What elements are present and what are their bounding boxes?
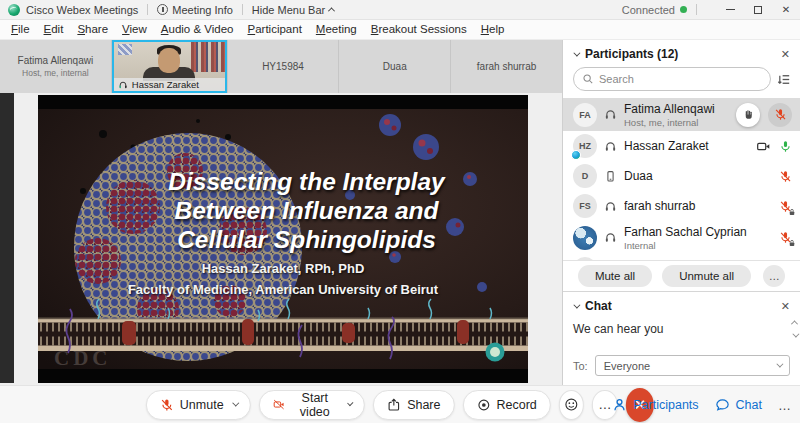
participant-row[interactable]: FA Fatima Allenqawi Host, me, internal — [563, 98, 800, 131]
raise-hand-icon — [743, 109, 754, 120]
mute-state-button[interactable] — [779, 200, 792, 213]
headset-icon — [604, 200, 617, 213]
raise-hand-button[interactable] — [736, 103, 760, 127]
menu-view[interactable]: View — [115, 20, 154, 39]
sort-participants-icon[interactable] — [777, 72, 792, 87]
collapse-participants-icon[interactable] — [573, 49, 580, 56]
reactions-button[interactable] — [559, 390, 584, 420]
thumbnail-hassan-video[interactable]: Hassan Zaraket — [112, 40, 227, 93]
participants-toggle-button[interactable]: Participants — [612, 397, 698, 412]
webex-logo-icon — [8, 4, 20, 16]
chat-header: Chat ✕ — [563, 292, 800, 318]
collapse-chat-icon[interactable] — [573, 301, 580, 308]
chevron-down-icon — [232, 400, 239, 407]
menu-audio-video[interactable]: Audio & Video — [154, 20, 241, 39]
scroll-down-icon[interactable] — [792, 331, 799, 338]
video-thumbnail-strip: Fatima Allenqawi Host, me, internal Hass… — [0, 40, 562, 93]
participant-name: farah shurrab — [624, 199, 772, 213]
menu-file[interactable]: File — [4, 20, 37, 39]
side-panel: Participants (12) ✕ FA Fatima Allenqawi … — [562, 40, 800, 385]
menu-edit[interactable]: Edit — [37, 20, 71, 39]
speaker-face — [158, 48, 180, 73]
mute-state-button[interactable] — [779, 140, 792, 153]
participants-footer: Mute all Unmute all … — [563, 260, 800, 291]
mute-state-button[interactable] — [779, 231, 792, 244]
presenter-badge-icon — [571, 150, 581, 160]
participant-row[interactable]: Farhan Sachal Cyprian Internal — [563, 221, 800, 254]
participants-more-button[interactable]: … — [763, 265, 785, 287]
to-label: To: — [573, 360, 588, 372]
presentation-slide: Dissecting the Interplay Between Influen… — [38, 95, 528, 383]
scroll-up-icon[interactable] — [791, 320, 798, 327]
maximize-icon — [754, 6, 762, 14]
mute-state-button[interactable] — [779, 170, 792, 183]
chat-title: Chat — [585, 299, 612, 313]
bookshelf-background — [191, 42, 225, 72]
chat-recipient-row: To: Everyone — [563, 351, 800, 376]
participant-name: Duaa — [624, 169, 772, 183]
menu-help[interactable]: Help — [474, 20, 512, 39]
shared-content-stage: Dissecting the Interplay Between Influen… — [0, 93, 562, 385]
divider — [696, 4, 697, 15]
unmute-all-button[interactable]: Unmute all — [662, 265, 751, 287]
chevron-down-icon — [347, 400, 354, 407]
smiley-icon — [564, 397, 579, 412]
menu-bar: File Edit Share View Audio & Video Parti… — [0, 20, 800, 40]
chat-toggle-button[interactable]: Chat — [715, 397, 762, 412]
unmute-button[interactable]: Unmute — [146, 390, 251, 420]
recipient-dropdown[interactable]: Everyone — [595, 355, 790, 376]
start-video-button[interactable]: Start video — [259, 390, 366, 420]
mute-all-button[interactable]: Mute all — [578, 265, 652, 287]
participant-search[interactable] — [573, 67, 771, 91]
close-chat-icon[interactable]: ✕ — [781, 300, 790, 313]
thumbnail-fatima[interactable]: Fatima Allenqawi Host, me, internal — [0, 40, 111, 93]
minimize-icon — [726, 9, 735, 10]
mute-lock-icon — [788, 208, 796, 216]
maximize-button[interactable] — [744, 0, 772, 20]
meeting-info-button[interactable]: Meeting Info — [157, 4, 233, 16]
avatar: FA — [573, 103, 597, 127]
mute-state-button[interactable] — [768, 103, 792, 127]
chat-scrollbar[interactable] — [792, 320, 797, 338]
connection-status: Connected — [622, 4, 687, 16]
camera-on-icon — [756, 139, 771, 154]
close-participants-icon[interactable]: ✕ — [781, 48, 790, 61]
chevron-up-icon — [328, 7, 335, 14]
thumbnail-name-bar: Hassan Zaraket — [114, 78, 225, 91]
thumbnail-duaa[interactable]: Duaa — [339, 40, 450, 93]
recipient-value: Everyone — [604, 360, 650, 372]
info-icon — [157, 4, 168, 15]
hide-menu-bar-button[interactable]: Hide Menu Bar — [252, 4, 334, 16]
close-icon: ✕ — [782, 4, 790, 15]
slide-affiliation: Faculty of Medicine, American University… — [38, 282, 528, 297]
thumbnail-farah[interactable]: farah shurrab — [451, 40, 562, 93]
participant-subtitle: Internal — [624, 240, 772, 251]
mute-lock-icon — [788, 239, 796, 247]
panel-more-button[interactable]: … — [778, 397, 792, 412]
search-input[interactable] — [599, 73, 762, 85]
share-button[interactable]: Share — [373, 390, 454, 420]
avatar: HZ — [573, 134, 597, 158]
minimize-button[interactable] — [716, 0, 744, 20]
participant-row[interactable]: D Duaa — [563, 161, 800, 191]
shared-screen-edge — [0, 93, 14, 383]
slide-presenter: Hassan Zaraket, RPh, PhD — [38, 261, 528, 276]
menu-meeting[interactable]: Meeting — [309, 20, 364, 39]
participant-name: Hassan Zaraket — [624, 139, 749, 153]
menu-participant[interactable]: Participant — [241, 20, 309, 39]
thumbnail-hy15984[interactable]: HY15984 — [228, 40, 339, 93]
divider — [242, 4, 243, 15]
participants-title: Participants (12) — [585, 47, 678, 61]
participant-row[interactable]: HZ Hassan Zaraket — [563, 131, 800, 161]
webex-window: Cisco Webex Meetings Meeting Info Hide M… — [0, 0, 800, 423]
participant-row[interactable]: FS farah shurrab — [563, 191, 800, 221]
close-button[interactable]: ✕ — [772, 0, 800, 20]
avatar: D — [573, 164, 597, 188]
headset-icon — [604, 140, 617, 153]
menu-share[interactable]: Share — [70, 20, 115, 39]
menu-breakout-sessions[interactable]: Breakout Sessions — [364, 20, 474, 39]
divider — [147, 4, 148, 15]
participant-subtitle: Host, me, internal — [624, 117, 729, 128]
search-icon — [582, 73, 594, 85]
record-button[interactable]: Record — [462, 390, 550, 420]
